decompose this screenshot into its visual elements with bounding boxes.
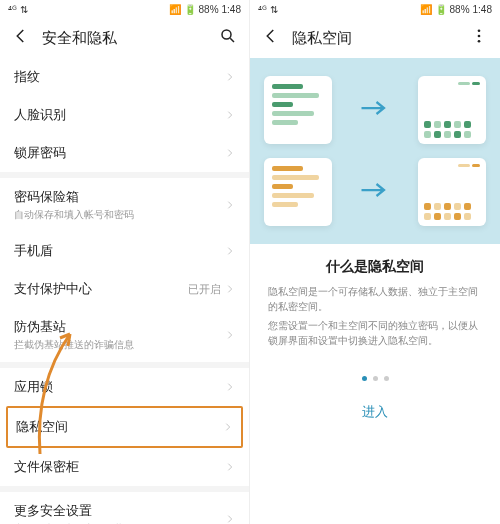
label-applock: 应用锁: [14, 378, 225, 396]
svg-point-1: [478, 29, 481, 32]
label-more: 更多安全设置: [14, 502, 225, 520]
label-antifake: 防伪基站: [14, 318, 225, 336]
settings-list: 指纹 人脸识别 锁屏密码 密码保险箱自动保存和填入帐号和密码 手机盾 支付保护中…: [0, 58, 249, 524]
row-more[interactable]: 更多安全设置卡锁、未知来源应用下载: [0, 492, 249, 524]
svg-point-3: [478, 40, 481, 43]
row-private-space[interactable]: 隐私空间: [8, 408, 241, 446]
pager-dot: [384, 376, 389, 381]
network-indicator: ⁴ᴳ ⇅: [258, 4, 278, 15]
chevron-right-icon: [225, 146, 235, 161]
back-icon[interactable]: [262, 27, 280, 49]
signal-icon: 📶: [169, 4, 181, 15]
chevron-right-icon: [225, 282, 235, 297]
row-antifake[interactable]: 防伪基站拦截伪基站推送的诈骗信息: [0, 308, 249, 362]
battery-icon: 🔋: [184, 4, 196, 15]
row-face[interactable]: 人脸识别: [0, 96, 249, 134]
header: 隐私空间: [250, 18, 500, 58]
label-shield: 手机盾: [14, 242, 225, 260]
label-private: 隐私空间: [16, 418, 223, 436]
enter-button[interactable]: 进入: [250, 391, 500, 433]
chevron-right-icon: [225, 244, 235, 259]
row-pwvault[interactable]: 密码保险箱自动保存和填入帐号和密码: [0, 178, 249, 232]
row-pay[interactable]: 支付保护中心已开启: [0, 270, 249, 308]
label-pwvault: 密码保险箱: [14, 188, 225, 206]
battery-percent: 88%: [199, 4, 219, 15]
page-indicator: [250, 366, 500, 391]
intro-p2: 您需设置一个和主空间不同的独立密码，以便从锁屏界面和设置中切换进入隐私空间。: [268, 318, 482, 348]
row-lockpw[interactable]: 锁屏密码: [0, 134, 249, 172]
back-icon[interactable]: [12, 27, 30, 49]
label-lockpw: 锁屏密码: [14, 144, 225, 162]
tail-pay: 已开启: [188, 282, 221, 297]
battery-percent: 88%: [450, 4, 470, 15]
header: 安全和隐私: [0, 18, 249, 58]
signal-icon: 📶: [420, 4, 432, 15]
chevron-right-icon: [225, 380, 235, 395]
illus-card-lock-orange: [418, 158, 486, 226]
status-bar: ⁴ᴳ ⇅ 📶 🔋 88% 1:48: [0, 0, 249, 18]
svg-point-2: [478, 35, 481, 38]
illustration: [250, 58, 500, 244]
chevron-right-icon: [225, 328, 235, 343]
chevron-right-icon: [225, 512, 235, 525]
row-shield[interactable]: 手机盾: [0, 232, 249, 270]
clock: 1:48: [222, 4, 241, 15]
settings-screen: ⁴ᴳ ⇅ 📶 🔋 88% 1:48 安全和隐私 指纹 人脸识别 锁屏密码 密码保…: [0, 0, 250, 524]
chevron-right-icon: [225, 70, 235, 85]
arrow-right-icon: [360, 180, 390, 204]
svg-point-0: [222, 30, 231, 39]
sub-antifake: 拦截伪基站推送的诈骗信息: [14, 338, 225, 352]
private-space-screen: ⁴ᴳ ⇅ 📶 🔋 88% 1:48 隐私空间: [250, 0, 500, 524]
intro-title: 什么是隐私空间: [268, 258, 482, 276]
label-face: 人脸识别: [14, 106, 225, 124]
battery-icon: 🔋: [435, 4, 447, 15]
label-pay: 支付保护中心: [14, 280, 188, 298]
more-icon[interactable]: [470, 27, 488, 49]
status-bar: ⁴ᴳ ⇅ 📶 🔋 88% 1:48: [250, 0, 500, 18]
sub-pwvault: 自动保存和填入帐号和密码: [14, 208, 225, 222]
illus-card-main-orange: [264, 158, 332, 226]
chevron-right-icon: [223, 420, 233, 435]
row-filesafe[interactable]: 文件保密柜: [0, 448, 249, 486]
clock: 1:48: [473, 4, 492, 15]
illus-card-main-green: [264, 76, 332, 144]
label-filesafe: 文件保密柜: [14, 458, 225, 476]
page-title: 隐私空间: [292, 29, 458, 48]
illus-card-lock-green: [418, 76, 486, 144]
label-fingerprint: 指纹: [14, 68, 225, 86]
highlight-annotation: 隐私空间: [6, 406, 243, 448]
row-fingerprint[interactable]: 指纹: [0, 58, 249, 96]
chevron-right-icon: [225, 198, 235, 213]
pager-dot: [373, 376, 378, 381]
row-applock[interactable]: 应用锁: [0, 368, 249, 406]
intro-p1: 隐私空间是一个可存储私人数据、独立于主空间的私密空间。: [268, 284, 482, 314]
network-indicator: ⁴ᴳ ⇅: [8, 4, 28, 15]
page-title: 安全和隐私: [42, 29, 207, 48]
chevron-right-icon: [225, 460, 235, 475]
intro-section: 什么是隐私空间 隐私空间是一个可存储私人数据、独立于主空间的私密空间。 您需设置…: [250, 244, 500, 366]
pager-dot-active: [362, 376, 367, 381]
chevron-right-icon: [225, 108, 235, 123]
arrow-right-icon: [360, 98, 390, 122]
search-icon[interactable]: [219, 27, 237, 49]
